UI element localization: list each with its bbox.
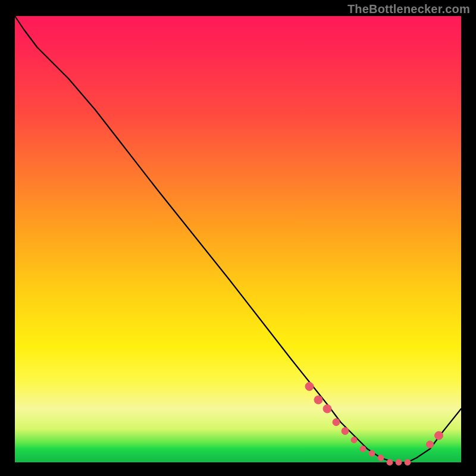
- chart-stage: TheBottlenecker.com: [0, 0, 476, 476]
- highlight-dot: [427, 441, 434, 448]
- highlight-dot: [305, 383, 314, 391]
- plot-area: [15, 16, 461, 462]
- highlight-dot: [323, 405, 331, 413]
- watermark-text: TheBottlenecker.com: [347, 2, 470, 16]
- highlight-dot: [360, 446, 366, 452]
- highlight-dot: [435, 431, 443, 440]
- curve-layer: [15, 16, 461, 462]
- highlight-dot: [387, 459, 393, 465]
- highlight-dot: [396, 459, 402, 465]
- highlight-dot: [342, 428, 349, 435]
- highlight-dot: [333, 419, 340, 426]
- highlight-dot: [314, 396, 322, 404]
- highlight-dots: [305, 383, 443, 466]
- highlight-dot: [378, 455, 384, 461]
- highlight-dot: [405, 459, 411, 465]
- highlight-dot: [351, 437, 357, 443]
- bottleneck-curve: [15, 16, 461, 462]
- highlight-dot: [369, 450, 375, 456]
